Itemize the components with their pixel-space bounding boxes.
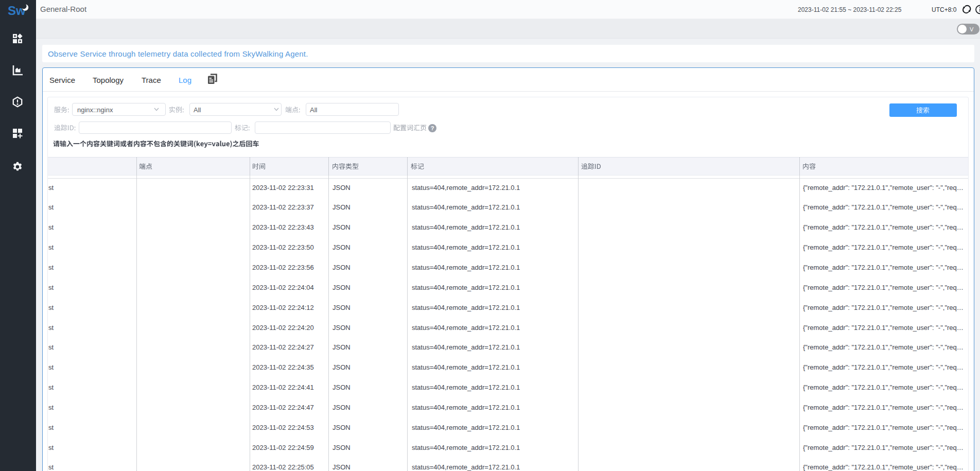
svg-text:?: ?: [431, 125, 434, 131]
